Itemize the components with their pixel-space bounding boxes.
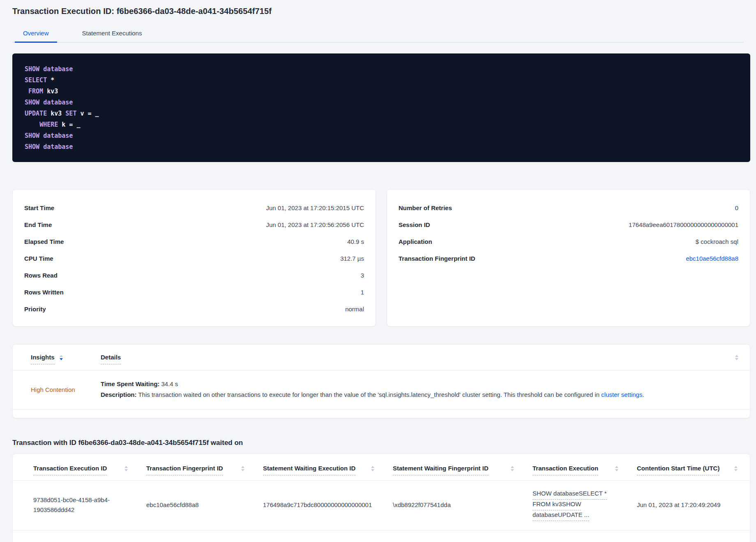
sort-icon[interactable] [124,466,128,471]
table-row: 9738d051-bc0e-4158-a9b4-1903586ddd42 ebc… [13,481,750,530]
sort-desc-icon[interactable] [60,355,63,360]
details-column-header[interactable]: Details [101,354,121,364]
sort-icon[interactable] [371,466,374,471]
insight-wait-line: Time Spent Waiting: 34.4 s [101,379,738,389]
stat-value: Jun 01, 2023 at 17:20:56:2056 UTC [266,221,364,228]
transaction-fingerprint-link[interactable]: ebc10ae56cfd88a8 [686,255,738,262]
sql-line: SHOW database [25,130,738,141]
cluster-settings-link[interactable]: cluster settings [601,391,642,398]
sql-token: SHOW [25,99,39,106]
sort-icon[interactable] [735,355,738,360]
transaction-execution-link-line: SHOW databaseSELECT * [532,489,618,500]
sql-token: WHERE [39,121,58,128]
column-header-transaction-fingerprint-id[interactable]: Transaction Fingerprint ID [146,465,223,475]
sort-icon[interactable] [734,466,738,471]
sql-token: SHOW [25,143,39,151]
column-header-contention-start-time[interactable]: Contention Start Time (UTC) [637,465,719,475]
sql-token: database [43,143,73,151]
stat-label: Priority [24,306,46,313]
cell-transaction-fingerprint-id: ebc10ae56cfd88a8 [146,500,263,510]
description-period: . [642,391,644,398]
sql-token: database [43,99,73,106]
wait-label: Time Spent Waiting: [101,380,159,387]
waited-on-table: Transaction Execution ID Transaction Fin… [12,454,750,542]
sql-token: SET [65,110,76,117]
sql-token [25,88,28,95]
insights-table-header: Insights Details [13,345,750,371]
stat-label: Rows Read [24,272,58,279]
sql-token: v = _ [76,110,99,117]
stat-row: Transaction Fingerprint IDebc10ae56cfd88… [399,250,738,267]
stat-row: Rows Written1 [24,284,364,301]
sql-line: UPDATE kv3 SET v = _ [25,108,738,119]
stat-row: Rows Read3 [24,267,364,284]
waited-on-table-header: Transaction Execution ID Transaction Fin… [13,454,750,481]
column-header-statement-waiting-fingerprint-id[interactable]: Statement Waiting Fingerprint ID [393,465,489,475]
transaction-execution-link-line: FROM kv3SHOW [532,500,618,510]
sql-token: k = _ [58,121,80,128]
stat-label: End Time [24,221,52,228]
stat-row: CPU Time312.7 µs [24,250,364,267]
sql-line: WHERE k = _ [25,119,738,130]
stat-label: Rows Written [24,289,64,296]
sql-token: SELECT [25,76,47,84]
timing-card: Start TimeJun 01, 2023 at 17:20:15:2015 … [12,189,376,327]
tab-bar: Overview Statement Executions [12,25,744,43]
sql-token [25,121,39,128]
stat-row: Start TimeJun 01, 2023 at 17:20:15:2015 … [24,199,364,216]
sql-token: kv3 [47,110,65,117]
insight-description-line: Description: This transaction waited on … [101,389,738,400]
insights-table: Insights Details High Contention Time Sp… [12,344,750,418]
transaction-execution-link[interactable]: databaseUPDATE ... [532,510,589,521]
description-text: This transaction waited on other transac… [137,391,602,398]
session-card: Number of Retries0 Session ID17648a9eea6… [387,189,750,327]
insight-severity-badge: High Contention [31,386,101,393]
sort-icon[interactable] [241,466,244,471]
sql-line: SELECT * [25,75,738,86]
sql-line: SHOW database [25,64,738,75]
sql-token: UPDATE [25,110,47,117]
cell-contention-start-time: Jun 01, 2023 at 17:20:49:2049 [637,500,739,510]
transaction-execution-link[interactable]: SHOW databaseSELECT * [532,489,607,500]
sql-token: database [43,132,73,139]
sql-line: SHOW database [25,97,738,108]
insights-column-header[interactable]: Insights [31,354,55,364]
summary-cards: Start TimeJun 01, 2023 at 17:20:15:2015 … [12,189,750,327]
column-header-statement-waiting-execution-id[interactable]: Statement Waiting Execution ID [263,465,355,475]
sort-icon[interactable] [511,466,514,471]
column-header-transaction-execution-id[interactable]: Transaction Execution ID [33,465,107,475]
stat-value: normal [345,306,364,313]
stat-label: Session ID [399,221,430,228]
stat-row: Session ID17648a9eea60178000000000000000… [399,216,738,233]
transaction-execution-link-line: databaseUPDATE ... [532,510,618,521]
tab-statement-executions[interactable]: Statement Executions [74,25,150,43]
stat-label: Elapsed Time [24,238,64,245]
insight-details: Time Spent Waiting: 34.4 s Description: … [101,379,738,400]
transaction-execution-link[interactable]: FROM kv3SHOW [532,500,581,510]
stat-label: Start Time [24,204,54,211]
wait-value: 34.4 s [159,380,178,387]
stat-value: 40.9 s [347,238,364,245]
insight-row: High Contention Time Spent Waiting: 34.4… [13,371,750,410]
sql-token: SHOW [25,132,39,139]
sql-line: FROM kv3 [25,86,738,97]
stat-label: Number of Retries [399,204,452,211]
sql-token: SHOW [25,65,39,73]
tab-overview[interactable]: Overview [15,25,57,43]
stat-row: Number of Retries0 [399,199,738,216]
stat-label: Application [399,238,432,245]
page-title: Transaction Execution ID: f6be6366-da03-… [12,7,744,16]
stat-value: Jun 01, 2023 at 17:20:15:2015 UTC [266,204,364,211]
sql-token [39,99,43,106]
stat-row: Elapsed Time40.9 s [24,233,364,250]
sort-icon[interactable] [615,466,618,471]
cell-statement-waiting-execution-id: 176498a9c717bdc80000000000000001 [263,500,393,510]
stat-row: End TimeJun 01, 2023 at 17:20:56:2056 UT… [24,216,364,233]
stat-label: Transaction Fingerprint ID [399,255,475,262]
column-header-transaction-execution[interactable]: Transaction Execution [532,465,598,475]
stat-row: Application$ cockroach sql [399,233,738,250]
stat-value: $ cockroach sql [696,238,738,245]
stat-value: 1 [361,289,364,296]
stat-value: 312.7 µs [340,255,364,262]
stat-value: 0 [735,204,738,211]
